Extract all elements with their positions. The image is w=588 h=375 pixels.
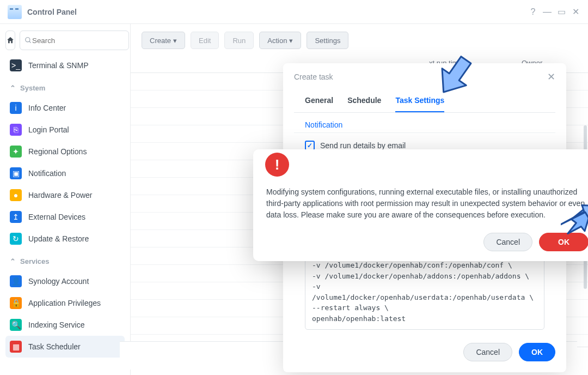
svg-point-0 [26,38,30,42]
sidebar-item-label: Login Portal [28,125,69,134]
window-title: Control Panel [27,8,77,16]
warning-icon: ! [265,153,289,177]
action-button[interactable]: Action ▾ [259,32,301,49]
caret-down-icon: ▾ [289,37,293,45]
upload-icon: ↥ [10,211,22,223]
sidebar-item-label: Application Privileges [28,299,101,307]
dialog-title: Create task [294,72,333,81]
run-button[interactable]: Run [224,32,254,49]
sidebar-item-label: Update & Restore [28,234,89,243]
tab-general[interactable]: General [305,92,333,112]
minimize-icon[interactable]: — [540,5,554,19]
home-button[interactable] [5,31,15,50]
chat-icon: ▣ [10,167,22,179]
sidebar-section-system[interactable]: ⌃ System [5,78,125,97]
sidebar-item-indexing-service[interactable]: 🔍Indexing Service [5,314,125,336]
sidebar-item-external-devices[interactable]: ↥External Devices [5,206,125,228]
sidebar-item-task-scheduler[interactable]: ▦Task Scheduler [5,336,125,358]
tab-schedule[interactable]: Schedule [347,92,381,112]
close-icon[interactable]: ✕ [568,5,583,19]
sidebar-item-app-privileges[interactable]: 🔒Application Privileges [5,292,125,314]
sidebar-item-label: Hardware & Power [28,191,93,199]
settings-button[interactable]: Settings [307,32,348,49]
globe-icon: ✦ [10,146,22,158]
warning-text: Modifying system configurations, running… [266,186,588,221]
sidebar-item-label: Terminal & SNMP [28,61,88,70]
search-icon: 🔍 [10,319,22,331]
task-cancel-button[interactable]: Cancel [463,343,512,361]
user-script-textarea[interactable]: -v /volume1/docker/openhab/conf:/openhab… [305,254,544,330]
sidebar-item-label: Task Scheduler [28,342,81,351]
toolbar: Create ▾ Edit Run Action ▾ Settings [131,24,588,53]
sidebar-item-label: Info Center [28,104,66,112]
tab-task-settings[interactable]: Task Settings [395,92,444,112]
info-icon: i [10,102,22,114]
warning-dialog: ! Modifying system configurations, runni… [253,149,588,261]
send-email-label: Send run details by email [320,141,406,150]
search-icon [24,37,32,44]
sidebar-item-terminal[interactable]: >_ Terminal & SNMP [5,55,125,76]
chevron-up-icon: ⌃ [10,257,16,265]
edit-button[interactable]: Edit [191,32,219,49]
sidebar-item-info-center[interactable]: iInfo Center [5,97,125,119]
sidebar-item-synology-account[interactable]: 👤Synology Account [5,270,125,292]
sidebar-item-label: Indexing Service [28,320,85,329]
caret-down-icon: ▾ [173,37,177,45]
lock-icon: 🔒 [10,297,22,309]
bulb-icon: ● [10,189,22,201]
help-icon[interactable]: ? [526,5,540,19]
sidebar-item-label: Synology Account [28,277,89,286]
search-input-wrap[interactable] [20,31,129,50]
sidebar-item-hardware[interactable]: ●Hardware & Power [5,184,125,206]
sync-icon: ↻ [10,233,22,245]
sidebar: >_ Terminal & SNMP ⌃ System iInfo Center… [0,24,131,375]
terminal-icon: >_ [10,59,22,71]
svg-line-1 [29,41,31,43]
login-icon: ⎘ [10,124,22,136]
sidebar-section-services[interactable]: ⌃ Services [5,252,125,270]
home-icon [6,36,15,45]
calendar-icon: ▦ [10,341,22,353]
chevron-up-icon: ⌃ [10,84,16,92]
warn-cancel-button[interactable]: Cancel [483,233,532,251]
sidebar-item-label: External Devices [28,213,85,221]
sidebar-item-label: Notification [28,169,66,178]
sidebar-item-update-restore[interactable]: ↻Update & Restore [5,228,125,250]
warn-ok-button[interactable]: OK [539,233,588,251]
sidebar-item-login-portal[interactable]: ⎘Login Portal [5,119,125,141]
search-input[interactable] [32,37,124,45]
control-panel-icon [8,5,22,19]
sidebar-item-label: Regional Options [28,147,87,156]
main-content: Create ▾ Edit Run Action ▾ Settings xt r… [131,24,588,375]
sidebar-item-notification[interactable]: ▣Notification [5,162,125,184]
sidebar-item-regional[interactable]: ✦Regional Options [5,141,125,162]
user-icon: 👤 [10,275,22,287]
task-ok-button[interactable]: OK [519,343,555,361]
dialog-close-icon[interactable]: ✕ [547,71,555,83]
create-button[interactable]: Create ▾ [142,32,185,49]
maximize-icon[interactable]: ▭ [554,5,568,19]
section-notification: Notification [294,113,555,133]
